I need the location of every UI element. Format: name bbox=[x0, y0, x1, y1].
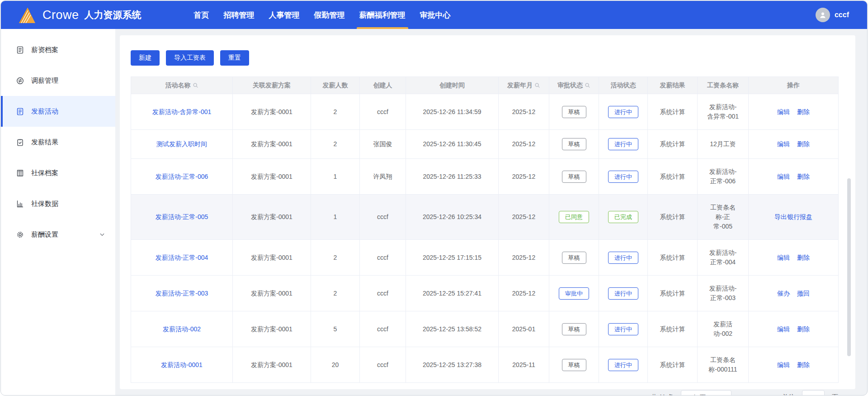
approval-status-badge: 草稿 bbox=[562, 138, 586, 150]
user-box[interactable]: cccf bbox=[816, 8, 867, 22]
import-payroll-button[interactable]: 导入工资表 bbox=[166, 50, 214, 66]
column-header-4: 创建时间 bbox=[406, 77, 499, 94]
activity-status-badge: 进行中 bbox=[608, 287, 638, 300]
column-header-3: 创建人 bbox=[360, 77, 406, 94]
sidebar-item-2[interactable]: 发薪活动 bbox=[1, 96, 115, 127]
search-icon[interactable] bbox=[193, 82, 198, 90]
search-icon[interactable] bbox=[585, 82, 590, 90]
total-count-label: 共 11 条 bbox=[651, 393, 674, 396]
pay-plan-cell: 发薪方案-0001 bbox=[233, 276, 311, 311]
activity-status-badge: 已完成 bbox=[608, 211, 638, 223]
column-header-0[interactable]: 活动名称 bbox=[131, 77, 233, 94]
nav-item-3[interactable]: 假勤管理 bbox=[307, 1, 352, 29]
sidebar-item-label: 社保档案 bbox=[31, 169, 58, 177]
page-unit-label: 页 bbox=[832, 393, 838, 396]
goto-page-input[interactable] bbox=[802, 390, 825, 396]
headcount-cell: 2 bbox=[311, 94, 360, 130]
activity-name-link[interactable]: 测试发薪入职时间 bbox=[156, 140, 207, 148]
pay-plan-cell: 发薪方案-0001 bbox=[233, 159, 311, 195]
action-delete-link[interactable]: 删除 bbox=[797, 173, 810, 180]
activity-name-link[interactable]: 发薪活动-正常-004 bbox=[156, 254, 208, 261]
sidebar-item-5[interactable]: 社保数据 bbox=[1, 188, 115, 219]
action-edit-link[interactable]: 编辑 bbox=[777, 325, 790, 333]
activity-name-cell: 发薪活动-正常-004 bbox=[131, 240, 233, 276]
action-edit-link[interactable]: 编辑 bbox=[777, 140, 790, 148]
activity-name-link[interactable]: 发薪活动-0001 bbox=[161, 361, 203, 368]
column-header-label: 审批状态 bbox=[557, 81, 583, 89]
reset-button[interactable]: 重置 bbox=[220, 50, 249, 66]
main-nav: 首页招聘管理人事管理假勤管理薪酬福利管理审批中心 bbox=[187, 1, 458, 29]
top-navigation-bar: Crowe 人力资源系统 首页招聘管理人事管理假勤管理薪酬福利管理审批中心 cc… bbox=[1, 1, 867, 29]
action-edit-link[interactable]: 编辑 bbox=[777, 254, 790, 261]
sidebar-item-label: 社保数据 bbox=[31, 200, 58, 208]
pay-plan-cell: 发薪方案-0001 bbox=[233, 240, 311, 276]
sidebar-item-label: 薪酬设置 bbox=[31, 230, 58, 239]
approval-status-cell: 草稿 bbox=[549, 347, 599, 383]
headcount-cell: 2 bbox=[311, 240, 360, 276]
create-button[interactable]: 新建 bbox=[131, 50, 160, 66]
next-page-button[interactable]: › bbox=[769, 393, 775, 396]
nav-item-0[interactable]: 首页 bbox=[187, 1, 217, 29]
action-export-bank-report-link[interactable]: 导出银行报盘 bbox=[774, 213, 812, 220]
pay-plan-cell: 发薪方案-0001 bbox=[233, 195, 311, 240]
headcount-cell: 1 bbox=[311, 159, 360, 195]
nav-item-1[interactable]: 招聘管理 bbox=[217, 1, 262, 29]
action-delete-link[interactable]: 删除 bbox=[797, 108, 810, 115]
action-delete-link[interactable]: 删除 bbox=[797, 140, 810, 148]
action-delete-link[interactable]: 删除 bbox=[797, 361, 810, 368]
action-urge-link[interactable]: 催办 bbox=[777, 290, 790, 297]
table-row: 发薪活动-正常-004发薪方案-00012cccf2025-12-25 17:1… bbox=[131, 240, 839, 276]
action-edit-link[interactable]: 编辑 bbox=[777, 173, 790, 180]
activity-name-link[interactable]: 发薪活动-含异常-001 bbox=[152, 108, 212, 115]
column-header-8: 发薪结果 bbox=[648, 77, 698, 94]
creator-cell: cccf bbox=[360, 94, 406, 130]
search-icon[interactable] bbox=[534, 82, 540, 90]
activity-name-link[interactable]: 发薪活动-正常-005 bbox=[156, 213, 208, 220]
sidebar-item-3[interactable]: 发薪结果 bbox=[1, 127, 115, 157]
pay-month-cell: 2025-12 bbox=[499, 130, 549, 159]
sidebar-item-4[interactable]: 社保档案 bbox=[1, 157, 115, 188]
actions-cell: 编辑删除 bbox=[749, 347, 839, 383]
nav-item-5[interactable]: 审批中心 bbox=[413, 1, 458, 29]
action-delete-link[interactable]: 删除 bbox=[797, 254, 810, 261]
sidebar-item-1[interactable]: 调薪管理 bbox=[1, 65, 115, 96]
current-page-number[interactable]: 1 bbox=[752, 394, 761, 396]
activity-status-cell: 进行中 bbox=[599, 311, 648, 347]
brand-name: Crowe bbox=[42, 8, 79, 22]
activity-status-cell: 进行中 bbox=[599, 159, 648, 195]
payslip-name-cell: 工资条名称-正常-005 bbox=[698, 195, 749, 240]
nav-item-4[interactable]: 薪酬福利管理 bbox=[352, 1, 413, 29]
activity-status-badge: 进行中 bbox=[608, 323, 638, 335]
table-row: 发薪活动-含异常-001发薪方案-00012cccf2025-12-26 11:… bbox=[131, 94, 839, 130]
vertical-scrollbar-thumb[interactable] bbox=[847, 178, 851, 356]
sidebar-item-label: 调薪管理 bbox=[31, 76, 58, 85]
activity-name-link[interactable]: 发薪活动-正常-006 bbox=[156, 173, 208, 180]
activity-status-cell: 进行中 bbox=[599, 130, 648, 159]
pay-result-cell: 系统计算 bbox=[648, 130, 698, 159]
sidebar-item-6[interactable]: 薪酬设置 bbox=[1, 219, 115, 250]
table-row: 发薪活动-正常-003发薪方案-00012cccf2025-12-25 15:2… bbox=[131, 276, 839, 311]
prev-page-button[interactable]: ‹ bbox=[739, 393, 745, 396]
table-row: 发薪活动-002发薪方案-00015cccf2025-12-25 13:58:5… bbox=[131, 311, 839, 347]
sidebar-item-0[interactable]: 薪资档案 bbox=[1, 34, 115, 65]
action-edit-link[interactable]: 编辑 bbox=[777, 108, 790, 115]
page-size-select[interactable]: 50条/页 bbox=[681, 390, 731, 396]
payslip-name-cell: 工资条名称-000111 bbox=[698, 347, 749, 383]
activity-name-link[interactable]: 发薪活动-正常-003 bbox=[156, 290, 208, 297]
actions-cell: 催办撤回 bbox=[749, 276, 839, 311]
column-header-1: 关联发薪方案 bbox=[233, 77, 311, 94]
approval-status-badge: 草稿 bbox=[562, 359, 586, 371]
column-header-5[interactable]: 发薪年月 bbox=[499, 77, 549, 94]
approval-status-cell: 草稿 bbox=[549, 94, 599, 130]
created-time-cell: 2025-12-25 15:27:41 bbox=[406, 276, 499, 311]
activity-status-cell: 进行中 bbox=[599, 276, 648, 311]
action-delete-link[interactable]: 删除 bbox=[797, 325, 810, 333]
activity-name-link[interactable]: 发薪活动-002 bbox=[163, 325, 201, 333]
column-header-6[interactable]: 审批状态 bbox=[549, 77, 599, 94]
nav-item-2[interactable]: 人事管理 bbox=[262, 1, 307, 29]
approval-status-cell: 草稿 bbox=[549, 240, 599, 276]
user-avatar[interactable] bbox=[816, 8, 830, 22]
headcount-cell: 2 bbox=[311, 276, 360, 311]
action-edit-link[interactable]: 编辑 bbox=[777, 361, 790, 368]
action-withdraw-link[interactable]: 撤回 bbox=[797, 290, 810, 297]
